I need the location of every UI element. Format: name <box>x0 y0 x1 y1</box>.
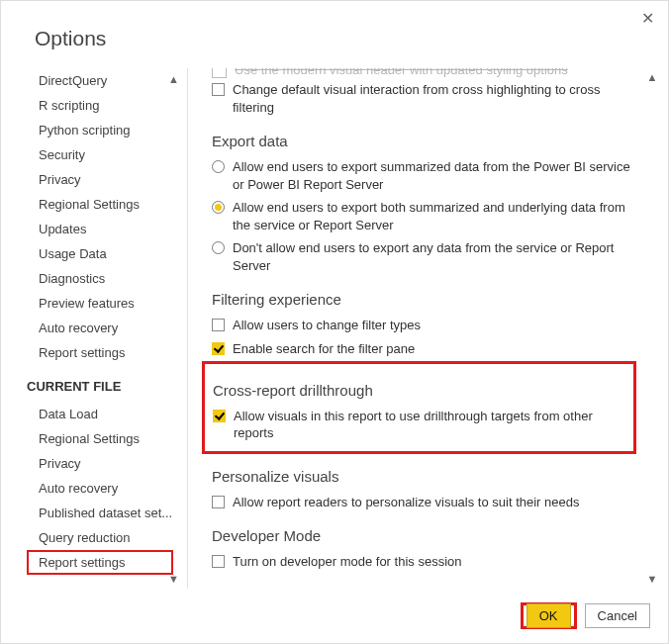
nav-item-regional-settings[interactable]: Regional Settings <box>27 426 181 451</box>
option-change-default-interaction[interactable]: Change default visual interaction from c… <box>212 78 634 119</box>
checkbox-icon[interactable] <box>212 83 225 96</box>
section-export-data: Export dataAllow end users to export sum… <box>212 133 634 277</box>
option-row[interactable]: Allow end users to export summarized dat… <box>212 155 634 196</box>
section-title: Cross-report drillthrough <box>213 382 625 399</box>
option-row[interactable]: Allow visuals in this report to use dril… <box>213 405 625 445</box>
nav-item-security[interactable]: Security <box>27 142 181 167</box>
nav-item-auto-recovery[interactable]: Auto recovery <box>27 476 181 501</box>
nav-item-updates[interactable]: Updates <box>27 217 181 241</box>
chevron-up-icon[interactable]: ▲ <box>168 74 179 85</box>
checkbox-icon[interactable] <box>212 319 225 331</box>
scrollbar[interactable]: ▲ ▼ <box>644 68 660 589</box>
content-panel: Use the modern visual header with update… <box>187 68 664 589</box>
nav-item-query-reduction[interactable]: Query reduction <box>27 525 181 550</box>
nav-item-data-load[interactable]: Data Load <box>27 402 181 426</box>
checkbox-icon[interactable] <box>213 410 226 422</box>
radio-icon[interactable] <box>212 201 225 214</box>
truncated-option: Use the modern visual header with update… <box>212 68 634 78</box>
option-label: Allow report readers to personalize visu… <box>233 494 579 511</box>
nav-item-r-scripting[interactable]: R scripting <box>27 93 181 118</box>
section-cross-report-drillthrough: Cross-report drillthroughAllow visuals i… <box>202 361 636 454</box>
options-dialog: ✕ Options ▲ DirectQueryR scriptingPython… <box>0 0 669 644</box>
checkbox-icon[interactable] <box>212 342 225 355</box>
nav-panel: ▲ DirectQueryR scriptingPython scripting… <box>1 68 185 589</box>
option-row[interactable]: Allow report readers to personalize visu… <box>212 491 634 514</box>
option-label: Enable search for the filter pane <box>233 340 415 358</box>
section-developer-mode: Developer ModeTurn on developer mode for… <box>212 527 634 574</box>
section-filtering-experience: Filtering experienceAllow users to chang… <box>212 291 634 360</box>
option-row[interactable]: Allow users to change filter types <box>212 314 634 337</box>
nav-item-published-dataset-set-[interactable]: Published dataset set... <box>27 501 181 525</box>
option-label: Don't allow end users to export any data… <box>233 239 634 274</box>
option-label: Change default visual interaction from c… <box>233 81 634 116</box>
nav-item-usage-data[interactable]: Usage Data <box>27 241 181 266</box>
radio-icon[interactable] <box>212 241 225 254</box>
nav-item-report-settings[interactable]: Report settings <box>27 340 181 365</box>
section-title: Developer Mode <box>212 527 634 544</box>
nav-item-regional-settings[interactable]: Regional Settings <box>27 192 181 217</box>
option-row[interactable]: Allow end users to export both summarize… <box>212 196 634 236</box>
dialog-footer: OK Cancel <box>521 602 650 629</box>
option-label: Turn on developer mode for this session <box>233 553 461 571</box>
section-title: Personalize visuals <box>212 468 634 485</box>
option-row[interactable]: Enable search for the filter pane <box>212 337 634 361</box>
nav-item-privacy[interactable]: Privacy <box>27 167 181 192</box>
scroll-down-icon[interactable]: ▼ <box>644 574 660 585</box>
option-label: Allow end users to export summarized dat… <box>233 158 634 193</box>
section-title: Export data <box>212 133 634 149</box>
nav-item-preview-features[interactable]: Preview features <box>27 291 181 316</box>
nav-item-auto-recovery[interactable]: Auto recovery <box>27 316 181 340</box>
option-row[interactable]: Don't allow end users to export any data… <box>212 236 634 277</box>
ok-button[interactable]: OK <box>526 603 571 628</box>
option-row[interactable]: Turn on developer mode for this session <box>212 550 634 574</box>
section-title: Filtering experience <box>212 291 634 308</box>
option-label: Allow users to change filter types <box>233 317 421 334</box>
dialog-body: ▲ DirectQueryR scriptingPython scripting… <box>1 68 668 589</box>
ok-highlight: OK <box>521 602 577 629</box>
dialog-title: Options <box>1 1 668 60</box>
nav-item-directquery[interactable]: DirectQuery <box>27 68 181 93</box>
checkbox-icon[interactable] <box>212 496 225 508</box>
chevron-down-icon[interactable]: ▼ <box>168 574 179 585</box>
close-icon[interactable]: ✕ <box>641 11 654 27</box>
option-label: Allow end users to export both summarize… <box>233 199 634 233</box>
nav-item-python-scripting[interactable]: Python scripting <box>27 118 181 142</box>
nav-item-report-settings[interactable]: Report settings <box>27 550 173 575</box>
scroll-up-icon[interactable]: ▲ <box>644 72 660 83</box>
section-personalize-visuals: Personalize visualsAllow report readers … <box>212 468 634 514</box>
checkbox-icon[interactable] <box>212 555 225 568</box>
nav-header-current-file: CURRENT FILE <box>27 365 185 402</box>
radio-icon[interactable] <box>212 160 225 173</box>
nav-item-privacy[interactable]: Privacy <box>27 451 181 476</box>
nav-item-diagnostics[interactable]: Diagnostics <box>27 266 181 291</box>
option-label: Allow visuals in this report to use dril… <box>234 408 625 442</box>
cancel-button[interactable]: Cancel <box>585 603 650 628</box>
